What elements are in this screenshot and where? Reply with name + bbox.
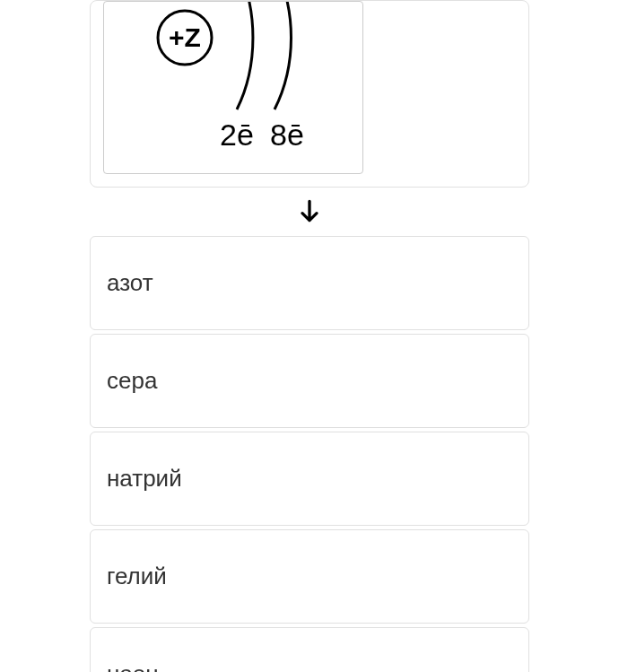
shell-arc-2 xyxy=(275,2,291,109)
option-label: натрий xyxy=(107,465,182,492)
option-item[interactable]: неон xyxy=(90,627,529,672)
option-label: азот xyxy=(107,269,153,296)
option-item[interactable]: сера xyxy=(90,334,529,428)
atom-diagram: +Z 2ē 8ē xyxy=(103,1,363,174)
options-list: азот сера натрий гелий неон xyxy=(90,236,529,672)
option-label: гелий xyxy=(107,563,167,589)
atom-shell-diagram: +Z 2ē 8ē xyxy=(104,2,362,159)
question-card: +Z 2ē 8ē xyxy=(90,0,529,188)
option-item[interactable]: натрий xyxy=(90,432,529,526)
quiz-container: +Z 2ē 8ē азот сера натрий гелий xyxy=(0,0,619,672)
option-label: сера xyxy=(107,367,157,394)
shell-label-1: 2ē xyxy=(220,118,254,152)
arrow-container xyxy=(0,188,619,236)
option-item[interactable]: гелий xyxy=(90,529,529,624)
shell-label-2: 8ē xyxy=(270,118,304,152)
nucleus-label: +Z xyxy=(169,22,201,52)
shell-arc-1 xyxy=(237,2,253,109)
option-item[interactable]: азот xyxy=(90,236,529,330)
arrow-down-icon xyxy=(295,196,324,225)
option-label: неон xyxy=(107,660,159,672)
